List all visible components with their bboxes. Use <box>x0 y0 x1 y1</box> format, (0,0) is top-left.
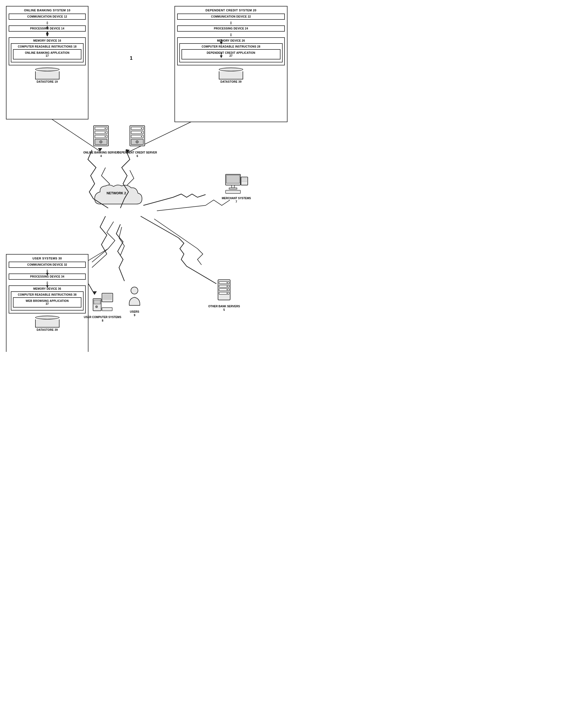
svg-line-59 <box>143 197 173 206</box>
app-box-27: DEPENDENT CREDIT APPLICATION 27 <box>181 49 280 59</box>
users-group: USERS 9 <box>127 287 142 317</box>
cylinder-label-39l: DATASTORE 39 <box>35 328 59 331</box>
arrow-24-26: ⇕ <box>177 33 285 37</box>
datastore-19: DATASTORE 19 <box>35 68 59 83</box>
user-systems-box: USER SYSTEMS 30 COMMUNICATION DEVICE 32 … <box>6 254 89 352</box>
users-icon <box>127 287 142 308</box>
dependent-credit-server-label: DEPENDENT CREDIT SERVER 6 <box>118 151 157 158</box>
proc-device-34: PROCESSING DEVICE 34 <box>9 274 86 280</box>
cylinder-body-19 <box>35 71 59 79</box>
svg-point-22 <box>105 136 106 137</box>
cri-title-38: COMPUTER READABLE INSTRUCTIONS 38 <box>13 293 82 296</box>
merchant-systems-icon <box>224 173 249 194</box>
memory-box-36: MEMORY DEVICE 36 COMPUTER READABLE INSTR… <box>9 285 86 313</box>
svg-point-30 <box>141 132 142 133</box>
svg-rect-39 <box>242 178 247 179</box>
svg-rect-43 <box>94 300 100 304</box>
svg-rect-46 <box>103 294 112 300</box>
svg-point-24 <box>100 140 102 143</box>
dependent-credit-server-icon <box>128 124 146 149</box>
cylinder-top-39r <box>219 68 243 71</box>
memory-title-26: MEMORY DEVICE 26 <box>179 39 283 42</box>
online-banking-server-label: ONLINE BANKING SERVER 4 <box>83 151 119 158</box>
svg-point-55 <box>227 286 228 287</box>
app-box-17: ONLINE BANKING APPLICATION 17 <box>13 49 82 59</box>
online-banking-server-icon <box>92 124 110 149</box>
cylinder-top-39l <box>35 316 59 319</box>
svg-line-60 <box>141 216 178 238</box>
svg-point-33 <box>136 140 139 143</box>
user-computer-systems-group: USER COMPUTER SYSTEMS 8 <box>84 292 121 322</box>
cri-title-18: COMPUTER READABLE INSTRUCTIONS 18 <box>13 45 82 48</box>
online-banking-server-group: ONLINE BANKING SERVER 4 <box>83 124 119 158</box>
user-computer-systems-label: USER COMPUTER SYSTEMS 8 <box>84 315 121 322</box>
svg-rect-41 <box>225 190 240 193</box>
svg-line-6 <box>157 206 206 211</box>
figure-number: 1 <box>130 55 132 61</box>
other-bank-servers-icon <box>215 278 233 303</box>
svg-point-54 <box>227 282 228 283</box>
comm-device-32: COMMUNICATION DEVICE 32 <box>9 261 86 268</box>
other-bank-servers-label: OTHER BANK SERVERS 5 <box>208 305 240 311</box>
svg-point-57 <box>227 293 228 294</box>
merchant-systems-group: MERCHANT SYSTEMS 7 <box>222 173 251 203</box>
svg-point-48 <box>131 287 138 294</box>
diagram-container: ONLINE BANKING SYSTEM 10 COMMUNICATION D… <box>0 0 294 352</box>
user-systems-title: USER SYSTEMS 30 <box>9 257 86 260</box>
cylinder-body-39r <box>219 71 243 79</box>
cylinder-label-39r: DATASTORE 39 <box>219 80 243 83</box>
cylinder-label-19: DATASTORE 19 <box>35 80 59 83</box>
svg-line-7 <box>154 219 198 249</box>
cri-title-28: COMPUTER READABLE INSTRUCTIONS 28 <box>181 45 280 48</box>
svg-point-56 <box>227 289 228 290</box>
memory-box-26: MEMORY DEVICE 26 COMPUTER READABLE INSTR… <box>177 37 285 65</box>
proc-device-14: PROCESSING DEVICE 14 <box>9 25 86 32</box>
memory-title-36: MEMORY DEVICE 36 <box>11 287 84 290</box>
svg-rect-36 <box>231 185 234 188</box>
svg-point-20 <box>105 128 106 129</box>
svg-point-21 <box>105 132 106 133</box>
cylinder-body-39l <box>35 319 59 328</box>
arrow-22-24: ⇕ <box>177 21 285 25</box>
cri-box-18: COMPUTER READABLE INSTRUCTIONS 18 ONLINE… <box>11 43 84 62</box>
datastore-39-right: DATASTORE 39 <box>219 68 243 83</box>
network-cloud-svg <box>89 184 143 211</box>
online-banking-system-title: ONLINE BANKING SYSTEM 10 <box>9 9 86 12</box>
datastore-39-left: DATASTORE 39 <box>35 316 59 331</box>
cri-box-28: COMPUTER READABLE INSTRUCTIONS 28 DEPEND… <box>179 43 283 62</box>
svg-line-8 <box>92 249 108 262</box>
arrow-12-14: ⇕ <box>9 21 86 25</box>
other-bank-servers-group: OTHER BANK SERVERS 5 <box>208 278 240 311</box>
memory-title-16: MEMORY DEVICE 16 <box>11 39 84 42</box>
memory-box-16: MEMORY DEVICE 16 COMPUTER READABLE INSTR… <box>9 37 86 65</box>
network-label: NETWORK 2 <box>89 191 143 195</box>
users-label: USERS 9 <box>127 310 142 317</box>
network-cloud-group: NETWORK 2 <box>89 184 143 212</box>
proc-device-24: PROCESSING DEVICE 24 <box>177 25 285 32</box>
comm-device-22: COMMUNICATION DEVICE 22 <box>177 13 285 20</box>
svg-point-29 <box>141 128 142 129</box>
svg-rect-40 <box>242 181 247 182</box>
svg-line-58 <box>92 254 107 268</box>
svg-rect-47 <box>102 307 112 311</box>
dependent-credit-server-group: DEPENDENT CREDIT SERVER 6 <box>118 124 157 158</box>
arrow-34-36: ⇕ <box>9 281 86 285</box>
cri-box-38: COMPUTER READABLE INSTRUCTIONS 38 WEB BR… <box>11 291 84 310</box>
arrow-32-34: ⇕ <box>9 269 86 273</box>
merchant-systems-label: MERCHANT SYSTEMS 7 <box>222 196 251 203</box>
svg-point-31 <box>141 136 142 137</box>
online-banking-system-box: ONLINE BANKING SYSTEM 10 COMMUNICATION D… <box>6 6 89 119</box>
app-box-37: WEB BROWSING APPLICATION 37 <box>13 297 82 307</box>
arrow-14-16: ⇕ <box>9 33 86 37</box>
comm-device-12: COMMUNICATION DEVICE 12 <box>9 13 86 20</box>
user-computer-systems-icon <box>92 292 113 313</box>
svg-rect-35 <box>226 175 239 183</box>
svg-point-44 <box>96 306 98 308</box>
svg-rect-37 <box>229 188 237 189</box>
dependent-credit-system-title: DEPENDENT CREDIT SYSTEM 20 <box>177 9 285 12</box>
dependent-credit-system-box: DEPENDENT CREDIT SYSTEM 20 COMMUNICATION… <box>174 6 287 122</box>
cylinder-top-19 <box>35 68 59 71</box>
